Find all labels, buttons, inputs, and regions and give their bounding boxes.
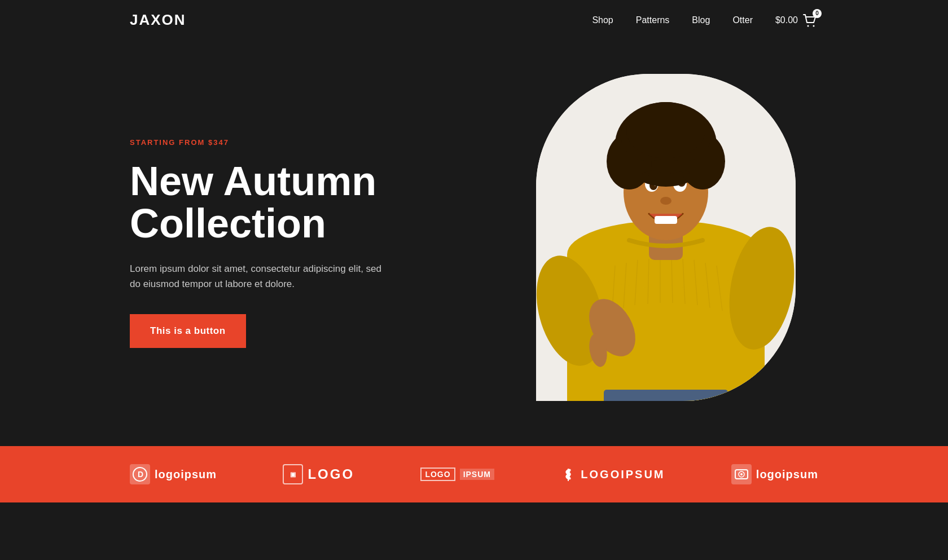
hero-section: STARTING FROM $347 New Autumn Collection… <box>0 40 948 446</box>
hero-image-area <box>536 74 818 412</box>
nav-blog[interactable]: Blog <box>692 15 710 25</box>
nav-otter[interactable]: Otter <box>732 15 753 25</box>
cart-price: $0.00 <box>775 15 798 25</box>
svg-point-1 <box>813 25 815 27</box>
brand-label-1: logoipsum <box>155 468 217 481</box>
wheat-icon <box>560 466 576 482</box>
brand-item-2: ▣ LOGO <box>283 464 354 484</box>
nav-patterns[interactable]: Patterns <box>636 15 670 25</box>
brand-label-3b: IPSUM <box>460 469 494 480</box>
brand-label-2: LOGO <box>308 466 354 482</box>
brand-item-1: D logoipsum <box>130 464 217 484</box>
main-nav: Shop Patterns Blog Otter $0.00 0 <box>592 12 818 28</box>
brand-label-3a: LOGO <box>420 468 455 481</box>
svg-rect-27 <box>655 216 677 224</box>
brand-label-4: LOGOIPSUM <box>581 468 665 481</box>
svg-point-46 <box>740 473 743 475</box>
brand-item-4: LOGOIPSUM <box>560 466 665 482</box>
brands-bar: D logoipsum ▣ LOGO LOGO IPSUM LOGOIPSUM <box>0 446 948 502</box>
hero-description: Lorem ipsum dolor sit amet, consectetur … <box>130 261 389 292</box>
header: JAXON Shop Patterns Blog Otter $0.00 0 <box>0 0 948 40</box>
nav-shop[interactable]: Shop <box>592 15 613 25</box>
cart-icon-wrap: 0 <box>802 12 818 28</box>
brand-icon-5 <box>731 464 752 484</box>
hero-content: STARTING FROM $347 New Autumn Collection… <box>130 138 491 349</box>
svg-point-0 <box>807 25 809 27</box>
brand-label-5: logoipsum <box>756 468 818 481</box>
hero-cta-button[interactable]: This is a button <box>130 314 246 348</box>
camera-face-icon <box>734 466 749 482</box>
logo[interactable]: JAXON <box>130 11 186 29</box>
hero-person-svg <box>536 74 796 401</box>
hero-image-bg <box>536 74 796 401</box>
hero-label: STARTING FROM $347 <box>130 138 491 147</box>
svg-point-26 <box>660 197 672 205</box>
svg-point-33 <box>626 102 705 158</box>
cart-badge: 0 <box>813 9 822 18</box>
brand-item-3: LOGO IPSUM <box>420 468 494 481</box>
svg-rect-36 <box>604 390 728 401</box>
brand-icon-2: ▣ <box>283 464 303 484</box>
brand-icon-1: D <box>130 464 150 484</box>
brand-item-5: logoipsum <box>731 464 818 484</box>
circle-d-icon: D <box>132 466 148 482</box>
cart-button[interactable]: $0.00 0 <box>775 12 818 28</box>
hero-title: New Autumn Collection <box>130 160 423 245</box>
svg-text:D: D <box>138 470 144 479</box>
